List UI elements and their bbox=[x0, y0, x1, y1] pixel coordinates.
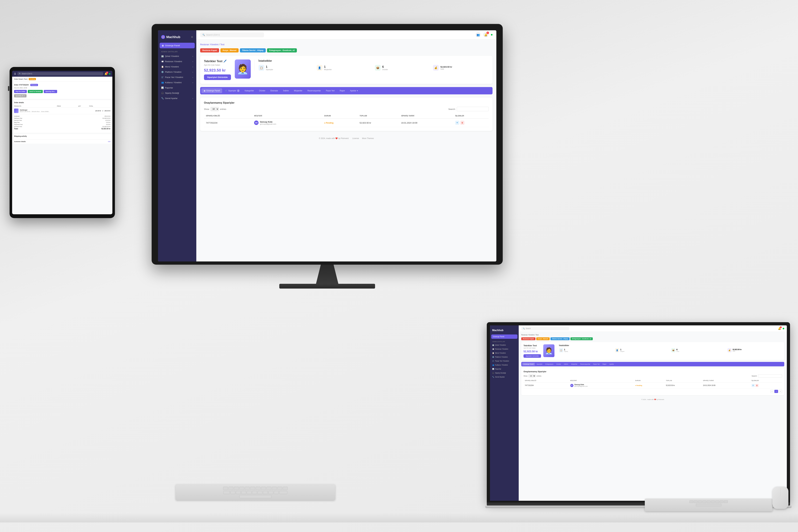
laptop-order-id: 7477152204 bbox=[524, 382, 569, 388]
tab-pazar[interactable]: Pazar Yeri bbox=[324, 88, 337, 93]
tab-urunler[interactable]: Ürünler bbox=[257, 88, 268, 93]
laptop-prev-btn[interactable]: ‹ bbox=[770, 390, 774, 393]
laptop-entries-select[interactable]: 10 bbox=[528, 375, 536, 377]
sirket-label: Şirket Yönetimi bbox=[165, 55, 179, 57]
laptop-tab-rezervasyonlar[interactable]: Rezervasyonlar bbox=[579, 363, 592, 365]
laptop-page-1-btn[interactable]: 1 bbox=[774, 390, 778, 393]
sidebar-item-platform[interactable]: ⚙️ Platform Yönetimi › bbox=[158, 69, 196, 75]
sidebar-item-genel[interactable]: 🔧 Genel Ayarlar › bbox=[158, 96, 196, 101]
tab-gosterge[interactable]: ▦ Gösterge Paneli bbox=[201, 88, 222, 93]
laptop-next-btn[interactable]: › bbox=[779, 390, 782, 393]
laptop-table-header: SİPARİŞ KİMLİĞİ MÜŞTERİ DURUM TOPLAM SİP… bbox=[524, 379, 782, 382]
tab-ayarlar[interactable]: Ayarlar ▾ bbox=[348, 88, 360, 93]
laptop-nav-restoran[interactable]: 🍽️ Restoran Yönetimi bbox=[490, 347, 519, 351]
view-orders-button[interactable]: Siparişleri Görüntüle bbox=[204, 74, 231, 80]
laptop-tab-gosterge[interactable]: Gösterge Paneli bbox=[522, 363, 535, 365]
pay-for-order-btn[interactable]: Pay For Order bbox=[14, 90, 27, 93]
tablet-restoran-badge: Restoran bbox=[30, 84, 38, 86]
tab-siparisler[interactable]: 🛒 Siparişler 1 bbox=[223, 88, 242, 93]
laptop-nav-pazar[interactable]: 🛒 Pazar Yeri Yönetimi bbox=[490, 359, 519, 363]
laptop-tab-musteriler[interactable]: Müşteriler bbox=[570, 363, 579, 365]
laptop-nav-sirket[interactable]: 🏢 Şirket Yönetimi bbox=[490, 343, 519, 347]
view-action-btn[interactable]: 👁 bbox=[455, 121, 459, 125]
mouse-line bbox=[780, 488, 781, 496]
send-terminal-btn[interactable]: Send To Terminal bbox=[28, 90, 43, 93]
tablet-notif-btn[interactable]: 🔔 2 bbox=[104, 72, 108, 75]
laptop-nav-platform[interactable]: ⚙️ Platform Yönetimi bbox=[490, 355, 519, 359]
online-status-dot bbox=[491, 34, 492, 36]
customer-details-label: Customer details bbox=[14, 141, 26, 142]
search-box[interactable]: 🔍 Search (Ctrl+/) bbox=[200, 32, 264, 37]
users-icon-btn[interactable]: 👥 bbox=[476, 32, 481, 37]
laptop-nav-genel[interactable]: 🔧 Genel Ayarlar bbox=[490, 375, 519, 379]
customer-details-bar: Customer details Edit bbox=[12, 139, 112, 144]
laptop-table-search[interactable] bbox=[758, 374, 782, 378]
laptop-nav-siparis[interactable]: 🎧 Sipariş Desteği bbox=[490, 371, 519, 375]
tab-indirim[interactable]: İndirim bbox=[281, 88, 291, 93]
laptop-sidebar-active[interactable]: Gösterge Paneli bbox=[491, 335, 518, 339]
laptop-products-count: 6 bbox=[676, 348, 679, 351]
laptop-pill-kurye[interactable]: Kurye : Manuel bbox=[536, 337, 550, 340]
pazar-label: Pazar Yeri Yönetimi bbox=[165, 76, 183, 78]
laptop-pill-entegrasyon[interactable]: Entegrasyon : Goodcom_v2 bbox=[570, 337, 593, 340]
laptop-tab-ayarlar[interactable]: Ayarlar bbox=[608, 363, 615, 365]
tab-rapor[interactable]: Rapor bbox=[338, 88, 347, 93]
delete-action-btn[interactable]: 🗑 bbox=[460, 121, 465, 125]
laptop-search-box[interactable]: 🔍 Search bbox=[521, 327, 569, 330]
laptop-nav-menu[interactable]: 📋 Menü Yönetimi bbox=[490, 351, 519, 355]
laptop-breadcrumb: Restoran Yönetimi / Test bbox=[521, 334, 784, 336]
sidebar-toggle[interactable]: ⚙ bbox=[191, 36, 193, 38]
laptop-pill-odeme[interactable]: Ödeme Servisi : Altıpay bbox=[550, 337, 569, 340]
sidebar-item-kullanici[interactable]: 👥 Kullanıcı Yönetimi › bbox=[158, 80, 196, 85]
table-search-input[interactable] bbox=[457, 107, 489, 111]
tab-ekstralar[interactable]: Ekstralar bbox=[268, 88, 280, 93]
pill-restoran-kapali[interactable]: Restoran Kapalı bbox=[200, 48, 219, 53]
laptop-tab-indirim[interactable]: İndirim bbox=[563, 363, 569, 365]
orders-section: Onaylanmamış Siparişler Show 10 25 50 bbox=[204, 101, 489, 127]
sidebar-item-siparis[interactable]: 🎧 Sipariş Desteği bbox=[158, 90, 196, 96]
laptop-pazar-icon: 🛒 bbox=[492, 360, 494, 362]
sidebar-item-sirket[interactable]: 🏢 Şirket Yönetimi › bbox=[158, 54, 196, 59]
welcome-price: 52,923.50 kr bbox=[204, 68, 231, 73]
entries-select[interactable]: 10 25 50 bbox=[211, 107, 219, 111]
welcome-section: Tebrikler Test 🖊️ Ayın En Çok Satan 52,9… bbox=[204, 59, 489, 80]
pill-kurye[interactable]: Kurye : Manuel bbox=[220, 48, 239, 53]
sidebar-item-pazar[interactable]: 🛒 Pazar Yeri Yönetimi › bbox=[158, 75, 196, 80]
license-link[interactable]: License bbox=[352, 137, 359, 139]
laptop-nav-kullanici[interactable]: 👥 Kullanıcı Yönetimi bbox=[490, 363, 519, 367]
opening-time-btn[interactable]: Opening Stra... bbox=[44, 90, 57, 93]
laptop-tab-pazar[interactable]: Pazar Yeri bbox=[592, 363, 601, 365]
tab-rezervasyonlar[interactable]: Rezervasyonlar bbox=[305, 88, 323, 93]
sidebar-item-menu[interactable]: 📋 Menü Yönetimi › bbox=[158, 64, 196, 69]
sidebar-item-dashboard[interactable]: ▦ Gösterge Paneli bbox=[160, 43, 195, 48]
edit-link[interactable]: Edit bbox=[108, 141, 110, 142]
laptop-nav-raporlar[interactable]: 📊 Raporlar bbox=[490, 367, 519, 371]
laptop-tab-rapor[interactable]: Rapor bbox=[601, 363, 608, 365]
pill-odeme[interactable]: Ödeme Servisi : Altıpay bbox=[240, 48, 266, 53]
laptop-tab-entegrasyon[interactable]: Entegrasyon bbox=[544, 363, 555, 365]
laptop-notif-btn[interactable]: 🔔 2 bbox=[778, 327, 781, 330]
key bbox=[261, 487, 266, 490]
orders-tab-label: Siparişler bbox=[228, 90, 236, 92]
pill-entegrasyon[interactable]: Entegrasyon : Goodcom_v2 bbox=[267, 48, 297, 53]
tab-kategoriler[interactable]: Kategoriler bbox=[242, 88, 256, 93]
product-info: Hamburger Bacon 200.00 kr... Brioche Bun… bbox=[20, 109, 94, 112]
key bbox=[277, 487, 282, 490]
laptop-pill-restoran[interactable]: Restoran Kapalı bbox=[521, 337, 536, 340]
quantity-btn[interactable]: Quantity Id: 2 bbox=[14, 94, 26, 97]
restoran-label: Restoran Yönetimi bbox=[165, 60, 182, 63]
notifications-btn[interactable]: 🔔 2 bbox=[483, 32, 488, 37]
sidebar-item-raporlar[interactable]: 📊 Raporlar bbox=[158, 85, 196, 90]
tab-musteriler[interactable]: Müşteriler bbox=[292, 88, 305, 93]
laptop-tab-urunler[interactable]: Ürünler bbox=[555, 363, 562, 365]
laptop-delete-btn[interactable]: 🗑 bbox=[756, 384, 759, 387]
tablet-search-box[interactable]: 🔍 Search (Ctrl+/) bbox=[17, 72, 103, 75]
tablet-hamburger-icon[interactable]: ☰ bbox=[14, 73, 16, 75]
laptop-stats-title: İstatistikler bbox=[559, 344, 782, 347]
laptop-view-btn[interactable]: 👁 bbox=[751, 384, 755, 387]
more-themes-link[interactable]: More Themes bbox=[362, 137, 374, 139]
sidebar-item-restoran[interactable]: 🍽️ Restoran Yönetimi › bbox=[158, 59, 196, 64]
laptop-view-orders-btn[interactable]: Siparişleri Görüntüle bbox=[524, 354, 541, 358]
app-name: Machhub bbox=[166, 35, 180, 39]
laptop-tab-siparisler[interactable]: Siparişler bbox=[535, 363, 544, 365]
